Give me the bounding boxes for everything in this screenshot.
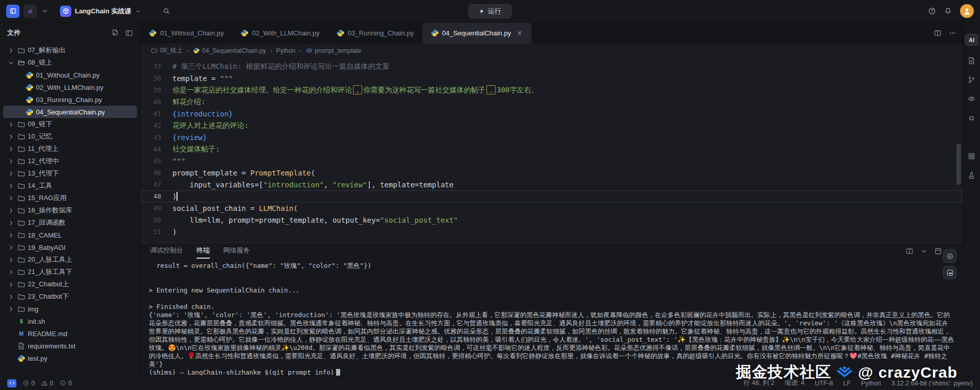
editor-tab[interactable]: 01_Without_Chain.py <box>141 23 232 44</box>
eye-icon[interactable] <box>968 95 975 103</box>
app-logo-icon[interactable] <box>24 5 37 18</box>
eol-setting[interactable]: LF <box>843 380 851 387</box>
file-tree-item[interactable]: MREADME.md <box>3 327 137 340</box>
file-tree-item[interactable]: 15_RAG应用 <box>3 192 137 204</box>
file-tree-item[interactable]: 21_人脉工具下 <box>3 266 137 278</box>
split-editor-icon[interactable] <box>934 29 942 37</box>
project-chevron-icon <box>135 8 141 14</box>
file-tree-item[interactable]: test.py <box>3 352 137 364</box>
file-name: 02_With_LLMChain.py <box>36 84 104 91</box>
breadcrumb-item[interactable]: 04_SequentialChain.py <box>193 47 266 54</box>
beaker-icon[interactable] <box>968 171 975 179</box>
code-line: 43{review} <box>141 131 963 143</box>
new-file-icon[interactable] <box>111 29 119 37</box>
collapse-explorer-icon[interactable] <box>125 29 133 37</box>
code-editor[interactable]: 37# 第三个LLMChain: 根据鲜花的介绍和评论写出一篇自媒体的文案38t… <box>141 57 963 243</box>
terminal[interactable]: result = overall_chain({"name": "玫瑰", "c… <box>141 259 963 376</box>
panel-tab[interactable]: 网络服务 <box>223 243 250 259</box>
file-tree-item[interactable]: 19_BabyAGI <box>3 241 137 254</box>
file-tree-item[interactable]: 20_人脉工具上 <box>3 254 137 266</box>
file-tree-item[interactable]: 08_链上 <box>3 56 137 69</box>
user-avatar[interactable] <box>960 4 974 18</box>
chevron-down-icon <box>7 59 15 67</box>
folder-icon <box>17 219 25 227</box>
tab-label: 03_Running_Chain.py <box>348 29 414 37</box>
workspace-icon[interactable] <box>6 5 19 18</box>
code-line: 46prompt_template = PromptTemplate( <box>141 167 963 179</box>
editor-tab[interactable]: 03_Running_Chain.py <box>328 23 423 44</box>
tab-label: 04_SequentialChain.py <box>442 29 511 37</box>
file-tree-item[interactable]: 11_代理上 <box>3 143 137 155</box>
file-name: 19_BabyAGI <box>28 244 66 251</box>
folder-icon <box>17 281 25 288</box>
tab-close-icon[interactable] <box>516 29 523 37</box>
file-tree-item[interactable]: img <box>3 303 137 315</box>
file-name: 10_记忆 <box>28 132 52 141</box>
file-tree-item[interactable]: 22_Chatbot上 <box>3 278 137 290</box>
folder-icon <box>17 256 25 264</box>
terminal-float-button-circle[interactable] <box>943 249 956 263</box>
apps-grid-icon[interactable] <box>968 152 975 160</box>
file-tree-item[interactable]: 18_CAMEL <box>3 229 137 241</box>
file-tree-item[interactable]: 01_Without_Chain.py <box>3 69 137 81</box>
file-tree-item[interactable]: requirements.txt <box>3 340 137 352</box>
notifications-bell-icon[interactable] <box>944 7 952 15</box>
bottom-panel: 调试控制台终端网络服务 result = overall_chain({"nam… <box>141 243 963 376</box>
language-mode[interactable]: Python <box>861 380 881 387</box>
infos-count[interactable]: 0 <box>60 380 72 387</box>
help-icon[interactable] <box>928 7 936 15</box>
maximize-panel-icon[interactable] <box>934 247 942 255</box>
more-actions-icon[interactable] <box>949 29 956 37</box>
app-menu-chevron-icon[interactable] <box>41 7 49 15</box>
folder-open-icon <box>17 59 25 67</box>
panel-tab[interactable]: 终端 <box>197 243 210 259</box>
file-name: 11_代理上 <box>28 144 58 153</box>
bug-icon[interactable] <box>968 114 975 122</box>
project-switcher[interactable]: LangChain 实战课 <box>56 4 145 18</box>
file-tree-item[interactable]: 03_Running_Chain.py <box>3 93 137 106</box>
encoding[interactable]: UTF-8 <box>815 380 833 387</box>
ai-panel-button[interactable]: AI <box>965 34 978 46</box>
split-terminal-icon[interactable] <box>906 247 913 255</box>
chevron-right-icon <box>7 47 15 54</box>
breadcrumb-separator: › <box>270 47 272 54</box>
warnings-count[interactable]: 0 <box>41 380 53 387</box>
file-tree-item[interactable]: 09_链下 <box>3 118 137 130</box>
cursor-position[interactable]: 行 48, 列 2 <box>743 379 774 387</box>
editor-scrollbar[interactable] <box>956 144 961 185</box>
terminal-line <box>149 270 954 278</box>
file-tree-item[interactable]: 10_记忆 <box>3 130 137 143</box>
file-tree-item[interactable]: 02_With_LLMChain.py <box>3 81 137 93</box>
file-tree-item[interactable]: 07_解析输出 <box>3 44 137 56</box>
file-tree-item[interactable]: 23_Chatbot下 <box>3 290 137 303</box>
indent-setting[interactable]: 缩进: 4 <box>785 379 805 387</box>
file-name: 22_Chatbot上 <box>28 280 69 289</box>
python-interpreter[interactable]: 3.12.2 64-bit ('shims': pyenv) <box>891 380 973 387</box>
shell-icon: $ <box>17 318 25 325</box>
docs-icon[interactable] <box>968 57 975 65</box>
file-tree-item[interactable]: 13_代理下 <box>3 167 137 180</box>
search-icon[interactable] <box>163 7 170 15</box>
file-name: 18_CAMEL <box>28 231 62 239</box>
folder-icon <box>17 145 25 153</box>
panel-tab[interactable]: 调试控制台 <box>150 243 183 259</box>
file-tree-item[interactable]: 04_SequentialChain.py <box>3 106 137 118</box>
file-tree-item[interactable]: 12_代理中 <box>3 155 137 167</box>
branch-icon[interactable] <box>968 76 975 84</box>
run-button[interactable]: 运行 <box>468 4 512 18</box>
remote-indicator-icon[interactable] <box>7 379 16 387</box>
file-tree-item[interactable]: $init.sh <box>3 315 137 327</box>
textfile-icon <box>17 342 25 350</box>
terminal-float-button-frame[interactable] <box>943 266 956 279</box>
tabbar-actions <box>934 23 963 44</box>
errors-count[interactable]: 0 <box>23 380 35 387</box>
file-tree-item[interactable]: 16_操作数据库 <box>3 204 137 217</box>
breadcrumb-item[interactable]: prompt_template <box>306 47 361 54</box>
editor-tab[interactable]: 04_SequentialChain.py <box>423 23 532 44</box>
editor-tab[interactable]: 02_With_LLMChain.py <box>232 23 328 44</box>
file-tree-item[interactable]: 14_工具 <box>3 180 137 192</box>
breadcrumb-item[interactable]: 08_链上 <box>151 46 183 55</box>
file-tree-item[interactable]: 17_回调函数 <box>3 217 137 229</box>
breadcrumb-item[interactable]: Python <box>276 47 295 54</box>
panel-chevron-down-icon[interactable] <box>920 247 928 255</box>
